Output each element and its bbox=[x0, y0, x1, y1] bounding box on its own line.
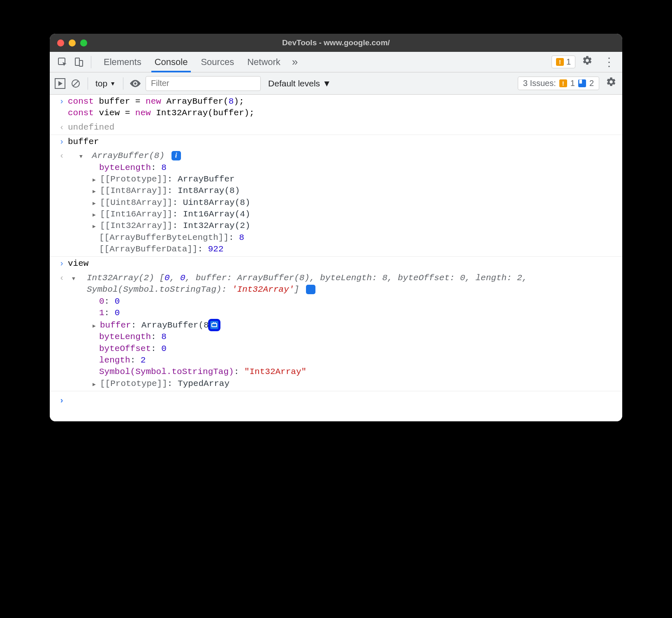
expand-toggle[interactable] bbox=[93, 185, 99, 197]
prop-value: ArrayBuffer bbox=[178, 174, 235, 184]
output-chevron-icon: ‹ bbox=[56, 150, 68, 160]
prop-value: 8 bbox=[161, 163, 167, 172]
issues-counter[interactable]: 3 Issues: ! 1 ▘ 2 bbox=[518, 77, 599, 90]
expand-toggle[interactable] bbox=[93, 220, 99, 232]
tab-elements[interactable]: Elements bbox=[97, 52, 148, 72]
console-settings-gear-icon[interactable] bbox=[603, 77, 619, 90]
object-summary[interactable]: Int32Array(2) bbox=[87, 273, 159, 283]
prop-value: TypedArray bbox=[178, 379, 229, 388]
prop-key: [[Int32Array]] bbox=[100, 221, 172, 230]
more-tabs-button[interactable]: » bbox=[287, 52, 303, 72]
svg-point-5 bbox=[134, 82, 136, 84]
window-title: DevTools - www.google.com/ bbox=[50, 38, 622, 47]
prop-value: 0 bbox=[115, 297, 120, 306]
code-token: new bbox=[146, 97, 161, 106]
tabs: Elements Console Sources Network » bbox=[97, 52, 303, 72]
prop-value: ArrayBuffer(8 bbox=[141, 321, 209, 330]
traffic-lights bbox=[57, 39, 87, 46]
input-chevron-icon: › bbox=[56, 136, 68, 146]
warning-icon: ! bbox=[559, 79, 567, 87]
code-token: buffer bbox=[68, 137, 99, 146]
prop-value: 2 bbox=[141, 355, 146, 365]
prop-key: [[ArrayBufferData]] bbox=[99, 244, 197, 254]
console-output-row: ‹ ArrayBuffer(8) i byteLength: 8 [[Proto… bbox=[50, 149, 622, 257]
minimize-window-button[interactable] bbox=[69, 39, 76, 46]
log-levels-selector[interactable]: Default levels ▼ bbox=[268, 79, 331, 88]
issues-info-count: 2 bbox=[589, 79, 594, 88]
code-token: view = bbox=[94, 108, 135, 118]
prop-value: Uint8Array(8) bbox=[183, 198, 250, 207]
expand-toggle[interactable] bbox=[93, 320, 99, 331]
output-chevron-icon: ‹ bbox=[56, 121, 68, 132]
chevron-down-icon: ▼ bbox=[322, 79, 331, 88]
issues-warn-count: 1 bbox=[570, 79, 575, 88]
info-badge-icon[interactable]: i bbox=[306, 285, 315, 294]
close-window-button[interactable] bbox=[57, 39, 64, 46]
prop-key: 0 bbox=[99, 297, 104, 306]
prop-key: [[Prototype]] bbox=[100, 174, 167, 184]
chevron-down-icon: ▼ bbox=[110, 80, 116, 87]
tab-network[interactable]: Network bbox=[241, 52, 287, 72]
code-token: new bbox=[135, 108, 151, 118]
console-input-row[interactable]: › const buffer = new ArrayBuffer(8); con… bbox=[50, 95, 622, 121]
info-icon: ▘ bbox=[578, 79, 586, 87]
toggle-console-drawer-icon[interactable] bbox=[55, 78, 65, 89]
live-expression-icon[interactable] bbox=[129, 77, 141, 90]
levels-label: Default levels bbox=[268, 79, 320, 88]
code-token: buffer = bbox=[94, 97, 146, 106]
prop-value: 922 bbox=[208, 244, 224, 254]
prop-key: buffer bbox=[100, 321, 131, 330]
clear-console-icon[interactable] bbox=[70, 77, 82, 90]
expand-toggle[interactable] bbox=[79, 272, 86, 284]
info-badge-icon[interactable]: i bbox=[171, 151, 181, 160]
prop-key: [[Int16Array]] bbox=[100, 209, 172, 219]
code-token: ); bbox=[234, 97, 244, 106]
issues-badge[interactable]: ! 1 bbox=[552, 56, 575, 68]
inspect-element-icon[interactable] bbox=[56, 56, 69, 68]
prop-key: byteLength bbox=[99, 163, 151, 172]
svg-line-4 bbox=[73, 81, 78, 86]
tab-sources[interactable]: Sources bbox=[194, 52, 241, 72]
prop-value: 0 bbox=[115, 308, 120, 318]
prop-key: [[ArrayBufferByteLength]] bbox=[99, 233, 229, 242]
output-chevron-icon: ‹ bbox=[56, 272, 68, 282]
prop-key: byteLength bbox=[99, 332, 151, 342]
prop-value: 0 bbox=[161, 344, 167, 353]
code-token: const bbox=[68, 97, 94, 106]
prop-value: "Int32Array" bbox=[244, 367, 306, 376]
prop-key: [[Prototype]] bbox=[100, 379, 167, 388]
svg-rect-2 bbox=[79, 60, 83, 66]
devtools-window: DevTools - www.google.com/ Elements Cons… bbox=[50, 34, 622, 421]
warning-icon: ! bbox=[556, 58, 564, 66]
settings-gear-icon[interactable] bbox=[579, 55, 595, 69]
expand-toggle[interactable] bbox=[93, 209, 99, 220]
more-options-icon[interactable]: ⋮ bbox=[599, 55, 619, 69]
console-input-row[interactable]: › view bbox=[50, 257, 622, 271]
code-token: const bbox=[68, 108, 94, 118]
zoom-window-button[interactable] bbox=[80, 39, 87, 46]
expand-toggle[interactable] bbox=[93, 174, 99, 185]
expand-toggle[interactable] bbox=[79, 150, 86, 162]
divider bbox=[88, 77, 88, 90]
code-token: view bbox=[68, 259, 88, 268]
prop-key: length bbox=[99, 355, 130, 365]
console-input-row[interactable]: › buffer bbox=[50, 135, 622, 149]
prop-value: 8 bbox=[239, 233, 244, 242]
code-token: ArrayBuffer( bbox=[161, 97, 229, 106]
expand-toggle[interactable] bbox=[93, 197, 99, 209]
expand-toggle[interactable] bbox=[93, 378, 99, 390]
console-prompt[interactable]: › bbox=[50, 391, 622, 421]
filter-input[interactable] bbox=[146, 76, 261, 91]
context-label: top bbox=[95, 79, 107, 88]
context-selector[interactable]: top ▼ bbox=[94, 78, 117, 89]
tab-console[interactable]: Console bbox=[148, 52, 195, 72]
toggle-device-icon[interactable] bbox=[73, 56, 85, 68]
input-chevron-icon: › bbox=[56, 258, 68, 268]
input-chevron-icon: › bbox=[56, 95, 68, 106]
issues-label: 3 Issues: bbox=[523, 79, 556, 88]
console-output-row: ‹ Int32Array(2) [0, 0, buffer: ArrayBuff… bbox=[50, 271, 622, 391]
svg-rect-1 bbox=[75, 58, 79, 65]
object-summary[interactable]: ArrayBuffer(8) bbox=[92, 151, 165, 160]
memory-inspector-icon[interactable] bbox=[208, 319, 220, 331]
prop-key: [[Uint8Array]] bbox=[100, 198, 172, 207]
